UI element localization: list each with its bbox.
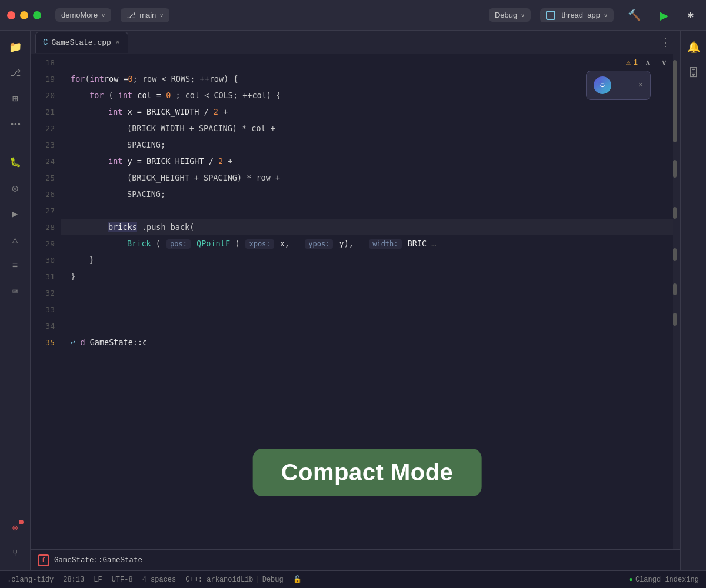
tools-button[interactable]: 🔨 [623, 6, 645, 24]
code-line-25: (BRICK_HEIGHT + SPACING) * row + [61, 169, 673, 186]
line-ending-label: LF [94, 576, 102, 584]
clang-tidy-label: .clang-tidy [7, 576, 54, 584]
language-label: C++: arkanoidLib [185, 576, 253, 584]
code-line-24: int y = BRICK_HEIGHT / 2 + [61, 153, 673, 169]
sidebar-item-git[interactable]: ⎇ [4, 61, 27, 85]
line-21: 21 [31, 103, 61, 120]
prev-warning-button[interactable]: ∧ [641, 56, 654, 69]
next-warning-button[interactable]: ∨ [658, 56, 671, 69]
left-sidebar: 📁 ⎇ ⊞ ••• 🐛 ◎ ▶ △ ≡ ⌨ ⊗ ⑂ [0, 31, 31, 570]
tab-menu-button[interactable]: ⋮ [655, 34, 675, 51]
right-sidebar: 🔔 🗄 [680, 31, 706, 570]
line-24: 24 [31, 153, 61, 169]
chevron-down-icon-3: ∨ [521, 12, 525, 18]
branch-selector[interactable]: ⎇ main ∨ [121, 8, 169, 22]
cursor-position: 28:13 [63, 576, 84, 584]
run-button[interactable]: ▶ [655, 6, 673, 25]
scrollbar-thumb-6[interactable] [673, 313, 677, 326]
compact-mode-overlay: Compact Mode [253, 449, 482, 496]
lock-icon: 🔓 [293, 575, 302, 584]
code-line-27 [61, 202, 673, 219]
sidebar-item-terminal[interactable]: ⌨ [4, 280, 27, 303]
sidebar-item-run[interactable]: ▶ [4, 202, 27, 226]
status-clang-tidy: .clang-tidy [7, 576, 54, 584]
separator: | [255, 576, 259, 584]
status-encoding[interactable]: UTF-8 [112, 576, 133, 584]
warning-number: 1 [633, 58, 638, 67]
app-selector[interactable]: thread_app ∨ [540, 8, 614, 22]
code-line-33 [61, 301, 673, 318]
status-indexing: ● Clangd indexing [629, 576, 699, 584]
code-line-20: for ( int col = 0 ; col < COLS; ++col) { [61, 87, 673, 103]
sidebar-item-menu[interactable]: ≡ [4, 254, 27, 278]
code-line-21: int x = BRICK_WIDTH / 2 + [61, 103, 673, 120]
status-line-ending[interactable]: LF [94, 576, 102, 584]
project-selector[interactable]: demoMore ∨ [55, 8, 111, 22]
scrollbar-thumb-3[interactable] [673, 207, 677, 219]
code-line-18 [61, 54, 673, 71]
chevron-down-icon-2: ∨ [159, 12, 164, 18]
code-line-30: } [61, 252, 673, 268]
line-28: 28 [31, 219, 61, 235]
code-line-35: ↩ d GameState::c [61, 334, 673, 350]
warning-count: ⚠ 1 [626, 58, 638, 67]
line-22: 22 [31, 120, 61, 136]
line-18: 18 [31, 54, 61, 71]
scrollbar-thumb-2[interactable] [673, 160, 677, 178]
indexing-status-label: Clangd indexing [635, 576, 699, 584]
right-sidebar-item-database[interactable]: 🗄 [682, 61, 705, 85]
line-26: 26 [31, 186, 61, 202]
line-32: 32 [31, 285, 61, 301]
status-position[interactable]: 28:13 [63, 576, 84, 584]
status-indent[interactable]: 4 spaces [142, 576, 176, 584]
code-line-28: bricks .push_back( [61, 219, 673, 235]
tab-filename: GameState.cpp [51, 38, 111, 47]
code-line-19: for ( int row = 0 ; row < ROWS; ++row) { [61, 71, 673, 87]
line-29: 29 [31, 235, 61, 252]
extra-button[interactable]: ✱ [682, 8, 699, 22]
status-language[interactable]: C++: arkanoidLib | Debug [185, 576, 283, 584]
cpp-file-icon: C [43, 38, 48, 47]
encoding-label: UTF-8 [112, 576, 133, 584]
code-line-31: } [61, 268, 673, 285]
sidebar-item-warning[interactable]: △ [4, 228, 27, 252]
build-label: Debug [262, 576, 284, 584]
sidebar-item-error[interactable]: ⊗ [4, 516, 27, 540]
compact-mode-label: Compact Mode [281, 459, 454, 486]
function-icon: f [38, 554, 49, 566]
code-content[interactable]: for ( int row = 0 ; row < ROWS; ++row) {… [61, 54, 673, 549]
line-30: 30 [31, 252, 61, 268]
maximize-button[interactable] [33, 11, 41, 19]
sidebar-item-source-control[interactable]: ⑂ [4, 542, 27, 566]
minimize-button[interactable] [20, 11, 28, 19]
sidebar-item-extensions[interactable]: ⊞ [4, 87, 27, 111]
close-button[interactable] [7, 11, 15, 19]
chevron-down-icon: ∨ [101, 12, 105, 18]
copilot-close-button[interactable]: × [638, 81, 643, 90]
indent-label: 4 spaces [142, 576, 176, 584]
scrollbar-thumb-5[interactable] [673, 283, 677, 295]
status-bar: .clang-tidy 28:13 LF UTF-8 4 spaces C++:… [0, 570, 706, 588]
copilot-icon [594, 76, 611, 94]
tab-bar: C GameState.cpp × ⋮ [31, 31, 680, 54]
debug-label: Debug [495, 11, 517, 19]
debug-mode-selector[interactable]: Debug ∨ [489, 8, 531, 22]
indexing-dot-icon: ● [629, 576, 633, 584]
sidebar-item-debug[interactable]: 🐛 [4, 151, 27, 174]
git-branch-icon: ⎇ [126, 11, 136, 20]
tab-close-button[interactable]: × [115, 38, 121, 47]
sidebar-item-folder[interactable]: 📁 [4, 35, 27, 59]
editor-scrollbar[interactable] [673, 54, 680, 549]
right-sidebar-item-notifications[interactable]: 🔔 [682, 35, 705, 59]
sidebar-item-more[interactable]: ••• [4, 113, 27, 136]
code-line-26: SPACING; [61, 186, 673, 202]
file-tab[interactable]: C GameState.cpp × [35, 32, 128, 53]
scrollbar-thumb-4[interactable] [673, 248, 677, 261]
scrollbar-thumb[interactable] [673, 60, 677, 142]
warning-icon: ⚠ [626, 58, 631, 67]
sidebar-item-gauge[interactable]: ◎ [4, 176, 27, 200]
title-bar: demoMore ∨ ⎇ main ∨ Debug ∨ thread_app ∨… [0, 0, 706, 31]
code-editor[interactable]: ⚠ 1 ∧ ∨ [31, 54, 680, 549]
line-33: 33 [31, 301, 61, 318]
status-lock: 🔓 [293, 575, 302, 584]
